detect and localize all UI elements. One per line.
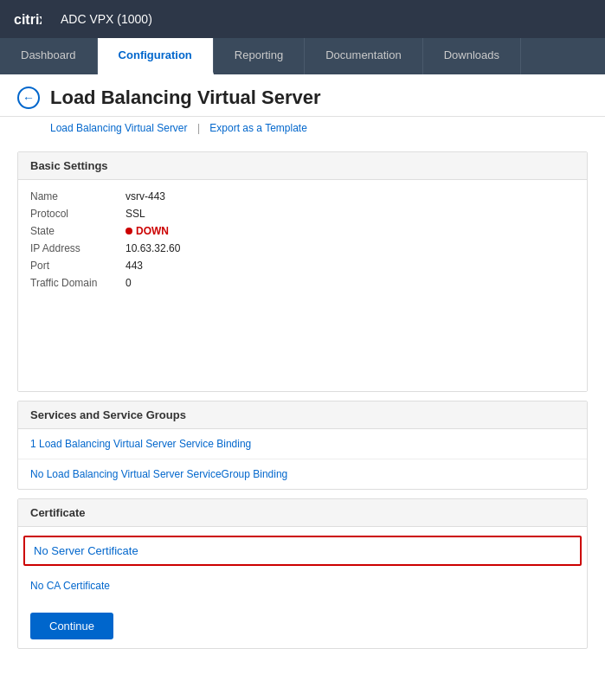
app-title: ADC VPX (1000) bbox=[61, 12, 152, 26]
field-value-state: DOWN bbox=[126, 225, 169, 237]
certificate-section: Certificate No Server Certificate No CA … bbox=[17, 498, 588, 649]
citrix-logo: citrix. bbox=[14, 9, 47, 29]
field-value-ip: 10.63.32.60 bbox=[126, 242, 180, 254]
field-protocol: Protocol SSL bbox=[30, 208, 575, 220]
basic-settings-header: Basic Settings bbox=[18, 152, 587, 180]
continue-button[interactable]: Continue bbox=[30, 613, 113, 639]
breadcrumb-link[interactable]: Load Balancing Virtual Server bbox=[50, 122, 188, 134]
field-label-state: State bbox=[30, 225, 126, 237]
export-template-link[interactable]: Export as a Template bbox=[209, 122, 307, 134]
field-traffic-domain: Traffic Domain 0 bbox=[30, 277, 575, 289]
field-label-td: Traffic Domain bbox=[30, 277, 126, 289]
services-section: Services and Service Groups 1 Load Balan… bbox=[17, 401, 588, 490]
status-dot-icon bbox=[126, 228, 132, 234]
basic-settings-section: Basic Settings Name vsrv-443 Protocol SS… bbox=[17, 151, 588, 392]
page-header: ← Load Balancing Virtual Server bbox=[0, 74, 605, 117]
status-text: DOWN bbox=[136, 225, 169, 237]
ca-cert-link[interactable]: No CA Certificate bbox=[30, 580, 110, 592]
field-name: Name vsrv-443 bbox=[30, 190, 575, 202]
svg-text:citrix.: citrix. bbox=[14, 12, 42, 27]
field-value-port: 443 bbox=[126, 260, 143, 272]
top-bar: citrix. ADC VPX (1000) bbox=[0, 0, 605, 38]
nav-tabs: Dashboard Configuration Reporting Docume… bbox=[0, 38, 605, 74]
field-label-ip: IP Address bbox=[30, 242, 126, 254]
back-button[interactable]: ← bbox=[17, 87, 40, 109]
server-cert-row-highlighted: No Server Certificate bbox=[23, 536, 582, 566]
service-group-link[interactable]: No Load Balancing Virtual Server Service… bbox=[30, 468, 287, 480]
certificate-header: Certificate bbox=[18, 499, 587, 527]
field-label-protocol: Protocol bbox=[30, 208, 126, 220]
server-cert-link[interactable]: No Server Certificate bbox=[34, 544, 138, 557]
field-port: Port 443 bbox=[30, 260, 575, 272]
tab-reporting[interactable]: Reporting bbox=[214, 38, 305, 74]
service-group-row: No Load Balancing Virtual Server Service… bbox=[18, 459, 587, 489]
services-header: Services and Service Groups bbox=[18, 401, 587, 429]
tab-configuration[interactable]: Configuration bbox=[98, 38, 214, 74]
citrix-icon: citrix. bbox=[14, 9, 42, 29]
page-title: Load Balancing Virtual Server bbox=[50, 87, 321, 109]
field-ip: IP Address 10.63.32.60 bbox=[30, 242, 575, 254]
field-label-port: Port bbox=[30, 260, 126, 272]
ca-cert-row: No CA Certificate bbox=[18, 571, 587, 600]
field-value-protocol: SSL bbox=[126, 208, 145, 220]
settings-spacer bbox=[30, 294, 575, 381]
service-binding-link[interactable]: 1 Load Balancing Virtual Server Service … bbox=[30, 438, 251, 450]
tab-downloads[interactable]: Downloads bbox=[423, 38, 521, 74]
field-state: State DOWN bbox=[30, 225, 575, 237]
service-binding-row: 1 Load Balancing Virtual Server Service … bbox=[18, 429, 587, 459]
tab-documentation[interactable]: Documentation bbox=[305, 38, 422, 74]
field-value-name: vsrv-443 bbox=[126, 190, 165, 202]
basic-settings-body: Name vsrv-443 Protocol SSL State DOWN IP… bbox=[18, 180, 587, 391]
certificate-body: No Server Certificate No CA Certificate bbox=[18, 527, 587, 604]
breadcrumb: Load Balancing Virtual Server | Export a… bbox=[0, 117, 605, 143]
field-label-name: Name bbox=[30, 190, 126, 202]
tab-dashboard[interactable]: Dashboard bbox=[0, 38, 98, 74]
field-value-td: 0 bbox=[126, 277, 132, 289]
page-content: ← Load Balancing Virtual Server Load Bal… bbox=[0, 74, 605, 649]
breadcrumb-separator: | bbox=[195, 122, 203, 134]
